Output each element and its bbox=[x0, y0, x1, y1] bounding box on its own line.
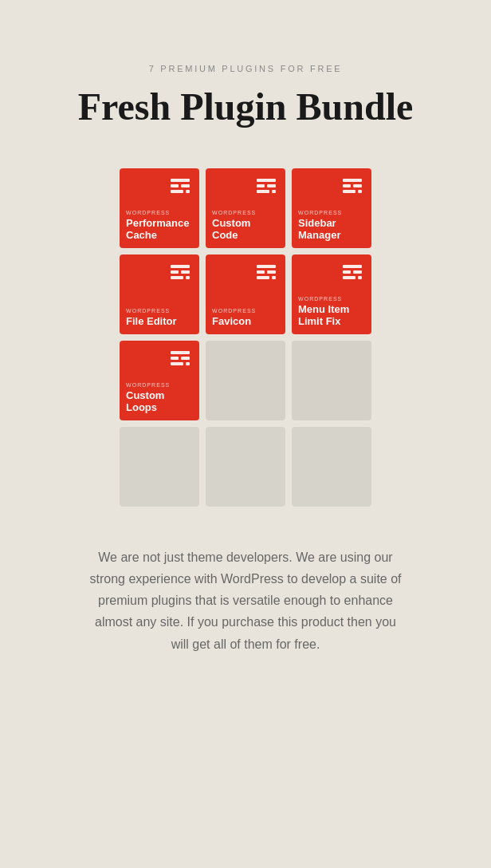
svg-rect-0 bbox=[171, 179, 190, 182]
svg-rect-29 bbox=[358, 276, 362, 279]
plugin-icon-menu-item-limit-fix bbox=[341, 262, 363, 288]
svg-rect-32 bbox=[181, 357, 190, 360]
page-wrapper: 7 PREMIUM PLUGINS FOR FREE Fresh Plugin … bbox=[0, 0, 491, 703]
svg-rect-19 bbox=[186, 276, 190, 279]
subtitle: 7 PREMIUM PLUGINS FOR FREE bbox=[149, 64, 343, 73]
plugin-card-faded2 bbox=[206, 427, 285, 507]
svg-rect-13 bbox=[343, 190, 355, 193]
svg-rect-23 bbox=[257, 276, 269, 279]
plugin-name-sidebar-manager: Sidebar Manager bbox=[298, 217, 365, 242]
svg-rect-3 bbox=[171, 190, 183, 193]
svg-rect-1 bbox=[171, 184, 179, 187]
description-text: We are not just theme developers. We are… bbox=[86, 546, 405, 655]
plugin-wp-label-favicon: WORDPRESS bbox=[212, 308, 256, 314]
plugin-card-menu-item-limit-fix[interactable]: WORDPRESSMenu Item Limit Fix bbox=[292, 254, 371, 334]
plugin-name-custom-loops: Custom Loops bbox=[126, 389, 193, 414]
svg-rect-21 bbox=[257, 270, 265, 274]
plugin-name-file-editor: File Editor bbox=[126, 315, 177, 328]
plugin-card-sidebar-manager[interactable]: WORDPRESSSidebar Manager bbox=[292, 168, 371, 248]
svg-rect-30 bbox=[171, 351, 190, 354]
svg-rect-18 bbox=[171, 276, 183, 279]
svg-rect-17 bbox=[181, 270, 190, 274]
svg-rect-15 bbox=[171, 265, 190, 268]
svg-rect-34 bbox=[186, 362, 190, 365]
svg-rect-10 bbox=[343, 179, 362, 182]
plugin-icon-file-editor bbox=[169, 262, 191, 288]
plugin-wp-label-custom-code: WORDPRESS bbox=[212, 210, 256, 215]
plugin-wp-label-sidebar-manager: WORDPRESS bbox=[298, 210, 342, 215]
plugin-card-performance-cache[interactable]: WORDPRESSPerformance Cache bbox=[120, 168, 199, 248]
plugin-name-custom-code: Custom Code bbox=[212, 217, 279, 242]
svg-rect-12 bbox=[353, 184, 362, 187]
svg-rect-6 bbox=[257, 184, 265, 187]
svg-rect-22 bbox=[267, 270, 276, 274]
svg-rect-8 bbox=[257, 190, 269, 193]
svg-rect-20 bbox=[257, 265, 276, 268]
plugin-icon-favicon bbox=[255, 262, 277, 288]
plugin-card-custom-loops[interactable]: WORDPRESSCustom Loops bbox=[120, 341, 199, 420]
plugin-card-favicon[interactable]: WORDPRESSFavicon bbox=[206, 254, 285, 334]
plugin-card-empty1 bbox=[206, 341, 285, 420]
plugin-icon-custom-loops bbox=[169, 349, 191, 374]
plugin-card-faded1 bbox=[120, 427, 199, 507]
plugin-wp-label-file-editor: WORDPRESS bbox=[126, 308, 170, 314]
svg-rect-31 bbox=[171, 357, 179, 360]
svg-rect-33 bbox=[171, 362, 183, 365]
svg-rect-2 bbox=[181, 184, 190, 187]
plugin-name-favicon: Favicon bbox=[212, 315, 251, 328]
plugin-name-menu-item-limit-fix: Menu Item Limit Fix bbox=[298, 303, 365, 328]
plugin-card-file-editor[interactable]: WORDPRESSFile Editor bbox=[120, 254, 199, 334]
svg-rect-25 bbox=[343, 265, 362, 268]
plugin-wp-label-custom-loops: WORDPRESS bbox=[126, 382, 170, 388]
svg-rect-27 bbox=[353, 270, 362, 274]
plugin-card-custom-code[interactable]: WORDPRESSCustom Code bbox=[206, 168, 285, 248]
svg-rect-24 bbox=[272, 276, 276, 279]
svg-rect-7 bbox=[267, 184, 276, 187]
plugin-wp-label-performance-cache: WORDPRESS bbox=[126, 210, 170, 215]
plugin-icon-sidebar-manager bbox=[341, 176, 363, 202]
plugin-icon-performance-cache bbox=[169, 176, 191, 202]
plugin-icon-custom-code bbox=[255, 176, 277, 202]
svg-rect-16 bbox=[171, 270, 179, 274]
svg-rect-14 bbox=[358, 190, 362, 193]
svg-rect-9 bbox=[272, 190, 276, 193]
plugin-card-empty2 bbox=[292, 341, 371, 420]
plugin-name-performance-cache: Performance Cache bbox=[126, 217, 193, 242]
svg-rect-11 bbox=[343, 184, 351, 187]
main-title: Fresh Plugin Bundle bbox=[78, 86, 414, 128]
plugin-card-faded3 bbox=[292, 427, 371, 507]
svg-rect-28 bbox=[343, 276, 355, 279]
svg-rect-5 bbox=[257, 179, 276, 182]
plugins-grid: WORDPRESSPerformance Cache WORDPRESSCust… bbox=[120, 168, 371, 507]
svg-rect-4 bbox=[186, 190, 190, 193]
svg-rect-26 bbox=[343, 270, 351, 274]
plugin-wp-label-menu-item-limit-fix: WORDPRESS bbox=[298, 296, 342, 302]
